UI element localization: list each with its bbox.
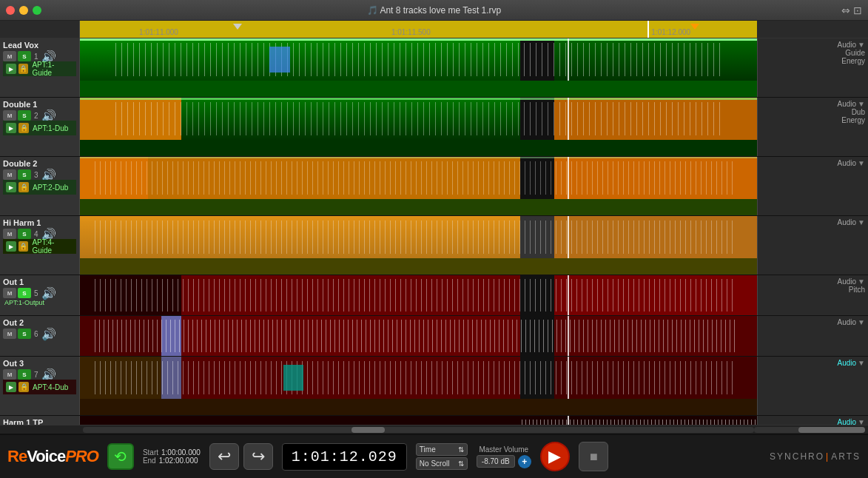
audio-type-5[interactable]: Audio ▼ — [838, 277, 865, 286]
record-button[interactable]: ⏹ — [579, 442, 608, 471]
h-scroll-track[interactable] — [83, 427, 754, 433]
synchro-text: SYNCHRO — [770, 451, 824, 462]
h-scroll-right-thumb[interactable] — [798, 427, 865, 433]
mute-button-5[interactable]: M — [3, 288, 16, 298]
apt-lock-4[interactable]: 🔒 — [18, 241, 29, 252]
solo-button-5[interactable]: S — [18, 288, 31, 298]
h-scroll-right-inner[interactable] — [754, 427, 865, 433]
close-button[interactable] — [6, 6, 15, 15]
undo-button[interactable]: ↩ — [209, 443, 239, 470]
time-mode-arrows: ⇅ — [458, 445, 464, 454]
track-content-out2[interactable] — [80, 316, 757, 356]
loop-button[interactable]: ⟲ — [107, 443, 134, 470]
volume-knob-5[interactable]: 🔊 — [41, 288, 52, 298]
brand-logo: ReVoicePRO — [7, 447, 98, 466]
ruler-content[interactable]: 1:01:11.000 1:01:11.500 1:01:12.000 — [80, 21, 868, 38]
mute-button-3[interactable]: M — [3, 169, 16, 180]
time-mode-select-top[interactable]: Time ⇅ — [416, 443, 468, 456]
h-scroll-thumb[interactable] — [351, 427, 385, 433]
volume-knob-1[interactable]: 🔊 — [41, 51, 52, 61]
end-label: End — [143, 457, 156, 465]
time-mode-label: Time — [420, 445, 436, 454]
solo-button-2[interactable]: S — [18, 110, 31, 121]
wf-lines-7 — [93, 361, 736, 395]
apt-play-4[interactable]: ▶ — [6, 241, 16, 252]
ruler-marker-1: 1:01:11.000 — [139, 28, 178, 36]
mute-button-1[interactable]: M — [3, 51, 16, 61]
track-header-hiharm1: Hi Harm 1 M S 4 🔊 ▶ 🔒 APT:4-Guide — [0, 216, 80, 275]
end-time: 1:02:00.000 — [159, 457, 198, 465]
apt-lock-1[interactable]: 🔒 — [18, 64, 29, 74]
track-row: Lead Vox M S 1 🔊 ▶ 🔒 APT:1-Guide — [0, 38, 868, 98]
wf-lines-5 — [93, 279, 736, 311]
master-vol-display: -8.70 dB + — [477, 455, 531, 468]
volume-knob-6[interactable]: 🔊 — [41, 329, 52, 339]
extra-label-guide-1: Guide — [845, 49, 865, 57]
volume-knob-7[interactable]: 🔊 — [41, 369, 52, 380]
volume-knob-3[interactable]: 🔊 — [41, 169, 52, 180]
wf-topline-2 — [80, 98, 757, 100]
track-name-out1: Out 1 — [3, 277, 76, 286]
apt-row-3: ▶ 🔒 APT:2-Dub — [3, 180, 76, 195]
mute-button-4[interactable]: M — [3, 229, 16, 239]
track-content-hiharm1[interactable] — [80, 216, 757, 275]
waveform-area-2 — [80, 98, 757, 140]
mute-button-7[interactable]: M — [3, 369, 16, 380]
wf-lines-1 — [114, 43, 724, 77]
transport-buttons: ↩ ↪ — [209, 443, 273, 470]
audio-type-1[interactable]: Audio ▼ — [838, 41, 865, 49]
audio-type-8[interactable]: Audio ▼ — [838, 418, 865, 425]
waveform-area-6 — [80, 316, 757, 356]
solo-button-4[interactable]: S — [18, 229, 31, 239]
track-name-lead-vox: Lead Vox — [3, 41, 76, 50]
track-controls-double2: M S 3 🔊 — [3, 169, 76, 180]
audio-type-6[interactable]: Audio ▼ — [838, 318, 865, 326]
mute-button-6[interactable]: M — [3, 329, 16, 339]
audio-type-3[interactable]: Audio ▼ — [838, 159, 865, 167]
track-number-7: 7 — [34, 371, 38, 379]
volume-knob-2[interactable]: 🔊 — [41, 110, 52, 121]
volume-knob-4[interactable]: 🔊 — [41, 229, 52, 239]
redo-button[interactable]: ↪ — [243, 443, 273, 470]
audio-label-text-5: Audio — [838, 277, 857, 286]
master-vol-label: Master Volume — [479, 445, 528, 454]
track-content-out3[interactable] — [80, 357, 757, 415]
audio-arrow-7: ▼ — [858, 359, 865, 367]
apt-play-3[interactable]: ▶ — [6, 182, 16, 192]
brand-pro: PRO — [65, 447, 98, 465]
expand-icon[interactable]: ⇔ — [841, 4, 850, 16]
apt-lock-2[interactable]: 🔒 — [18, 123, 29, 133]
solo-button-1[interactable]: S — [18, 51, 31, 61]
audio-type-2[interactable]: Audio ▼ — [838, 100, 865, 108]
tracks-container[interactable]: Lead Vox M S 1 🔊 ▶ 🔒 APT:1-Guide — [0, 38, 868, 425]
audio-type-4[interactable]: Audio ▼ — [838, 218, 865, 226]
horizontal-scrollbar[interactable] — [0, 425, 868, 434]
mute-button-2[interactable]: M — [3, 110, 16, 121]
track-row-out1: Out 1 M S 5 🔊 APT:1-Output — [0, 275, 868, 316]
audio-type-7[interactable]: Audio ▼ — [838, 359, 865, 367]
window-size-icon[interactable]: ⊡ — [853, 4, 862, 16]
apt-lock-7[interactable]: 🔒 — [18, 382, 29, 392]
track-content-out1[interactable] — [80, 275, 757, 315]
waveform-area-1 — [80, 38, 757, 81]
track-controls-hiharm1: M S 4 🔊 — [3, 229, 76, 239]
apt-lock-3[interactable]: 🔒 — [18, 182, 29, 192]
track-content-double1[interactable] — [80, 98, 757, 156]
wf-topline-3 — [80, 157, 757, 158]
apt-play-1[interactable]: ▶ — [6, 64, 16, 74]
vol-plus-button[interactable]: + — [518, 455, 531, 468]
minimize-button[interactable] — [19, 6, 28, 15]
time-mode-select-bottom[interactable]: No Scroll ⇅ — [416, 457, 468, 470]
loop-icon: ⟲ — [114, 448, 127, 465]
track-content-harm1tp[interactable] — [80, 416, 757, 425]
apt-play-2[interactable]: ▶ — [6, 123, 16, 133]
solo-button-7[interactable]: S — [18, 369, 31, 380]
track-content-double2[interactable] — [80, 157, 757, 215]
solo-button-3[interactable]: S — [18, 169, 31, 180]
audio-label-text-3: Audio — [838, 159, 857, 167]
solo-button-6[interactable]: S — [18, 329, 31, 339]
maximize-button[interactable] — [33, 6, 41, 15]
apt-play-7[interactable]: ▶ — [6, 382, 16, 392]
play-button[interactable]: ▶ — [540, 442, 570, 471]
track-content-lead-vox[interactable] — [80, 38, 757, 97]
